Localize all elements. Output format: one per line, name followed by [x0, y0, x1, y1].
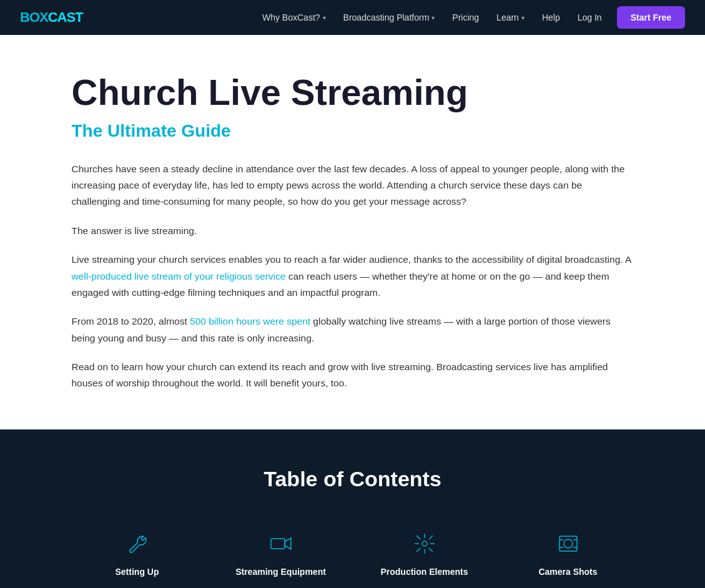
svg-point-1 — [422, 541, 427, 546]
start-free-button[interactable]: Start Free — [617, 6, 685, 29]
toc-row-1: Setting Up Streaming Equipment — [72, 522, 634, 584]
body-paragraph-1: Churches have seen a steady decline in a… — [72, 161, 634, 210]
logo-box: BOX — [20, 9, 48, 25]
svg-line-8 — [429, 536, 433, 539]
toc-item-setting-up[interactable]: Setting Up — [72, 522, 203, 584]
svg-point-11 — [564, 539, 573, 548]
chevron-down-icon: ▾ — [323, 14, 326, 21]
toc-item-production-elements[interactable]: Production Elements — [359, 522, 490, 584]
toc-title: Table of Contents — [12, 467, 693, 491]
svg-line-7 — [429, 548, 433, 552]
wrench-icon — [122, 529, 152, 559]
toc-item-streaming-equipment[interactable]: Streaming Equipment — [215, 522, 347, 584]
chevron-down-icon: ▾ — [521, 14, 525, 21]
nav-links: Why BoxCast? ▾ Broadcasting Platform ▾ P… — [255, 7, 609, 27]
page-title: Church Live Streaming — [72, 72, 634, 112]
body-paragraph-4: From 2018 to 2020, almost 500 billion ho… — [72, 313, 634, 346]
nav-item-why-boxcast[interactable]: Why BoxCast? ▾ — [255, 7, 333, 27]
link-live-stream[interactable]: well-produced live stream of your religi… — [72, 271, 286, 282]
navbar: BOXCAST Why BoxCast? ▾ Broadcasting Plat… — [0, 0, 705, 35]
nav-item-learn[interactable]: Learn ▾ — [489, 7, 532, 27]
chevron-down-icon: ▾ — [431, 14, 435, 21]
toc-section: Table of Contents Setting Up Streaming E… — [0, 429, 705, 588]
nav-item-help[interactable]: Help — [535, 7, 568, 27]
toc-label-setting-up: Setting Up — [116, 566, 159, 577]
svg-rect-0 — [271, 539, 285, 549]
video-camera-icon — [266, 529, 296, 559]
body-paragraph-5: Read on to learn how your church can ext… — [72, 359, 634, 392]
toc-item-camera-shots[interactable]: Camera Shots — [503, 522, 634, 584]
toc-label-camera-shots: Camera Shots — [538, 566, 597, 577]
logo-cast: CAST — [48, 9, 83, 25]
toc-label-production-elements: Production Elements — [380, 566, 468, 577]
nav-item-broadcasting-platform[interactable]: Broadcasting Platform ▾ — [336, 7, 443, 27]
body-paragraph-2: The answer is live streaming. — [72, 223, 634, 239]
sparkle-icon — [410, 529, 440, 559]
svg-line-6 — [417, 536, 420, 539]
main-content: Church Live Streaming The Ultimate Guide… — [59, 35, 646, 429]
toc-label-streaming-equipment: Streaming Equipment — [235, 566, 326, 577]
svg-line-9 — [417, 548, 420, 552]
nav-item-pricing[interactable]: Pricing — [445, 7, 486, 27]
logo-link[interactable]: BOXCAST — [20, 9, 83, 26]
body-paragraph-3: Live streaming your church services enab… — [72, 252, 634, 301]
nav-item-login[interactable]: Log In — [570, 7, 609, 27]
svg-rect-10 — [560, 536, 577, 551]
link-500-billion[interactable]: 500 billion hours were spent — [190, 316, 310, 326]
page-subtitle: The Ultimate Guide — [72, 121, 634, 141]
camera-frame-icon — [553, 529, 583, 559]
